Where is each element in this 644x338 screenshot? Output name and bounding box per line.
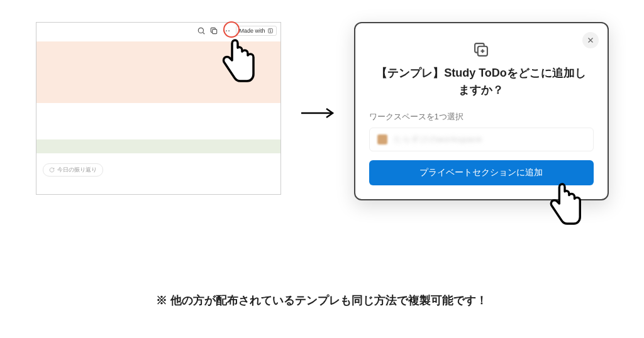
footer-note: ※ 他の方が配布されているテンプレも同じ方法で複製可能です！ [0, 293, 644, 308]
made-with-badge[interactable]: Made with [236, 26, 276, 36]
svg-point-0 [199, 28, 204, 33]
search-icon[interactable] [196, 25, 207, 36]
svg-rect-2 [213, 30, 217, 34]
duplicate-icon[interactable] [208, 25, 219, 36]
svg-point-4 [226, 30, 228, 31]
svg-line-1 [203, 32, 205, 34]
dialog-title: 【テンプレ】Study ToDoをどこに追加しますか？ [369, 65, 594, 99]
made-with-label: Made with [239, 28, 265, 34]
today-review-chip[interactable]: 今日の振り返り [43, 163, 103, 177]
add-to-private-button[interactable]: プライベートセクションに追加 [369, 160, 594, 185]
preview-toolbar: Made with [36, 23, 280, 39]
workspace-selector[interactable]: たらすけのworkspace [369, 128, 594, 151]
preview-gap [36, 103, 280, 139]
more-icon[interactable] [221, 25, 232, 36]
workspace-avatar-icon [377, 134, 387, 144]
preview-green-block [36, 139, 280, 153]
preview-header-block [36, 41, 280, 103]
svg-point-3 [224, 30, 225, 31]
arrow-right-icon [300, 107, 335, 119]
svg-point-5 [229, 30, 230, 31]
dialog-subtitle: ワークスペースを1つ選択 [369, 111, 594, 123]
workspace-name-blurred: たらすけのworkspace [394, 134, 482, 145]
add-template-dialog: 【テンプレ】Study ToDoをどこに追加しますか？ ワークスペースを1つ選択… [354, 22, 609, 200]
template-preview-panel: Made with 今日の振り返り [36, 22, 281, 195]
close-button[interactable] [582, 32, 599, 48]
today-chip-label: 今日の振り返り [57, 166, 97, 174]
duplicate-plus-icon [369, 41, 594, 58]
